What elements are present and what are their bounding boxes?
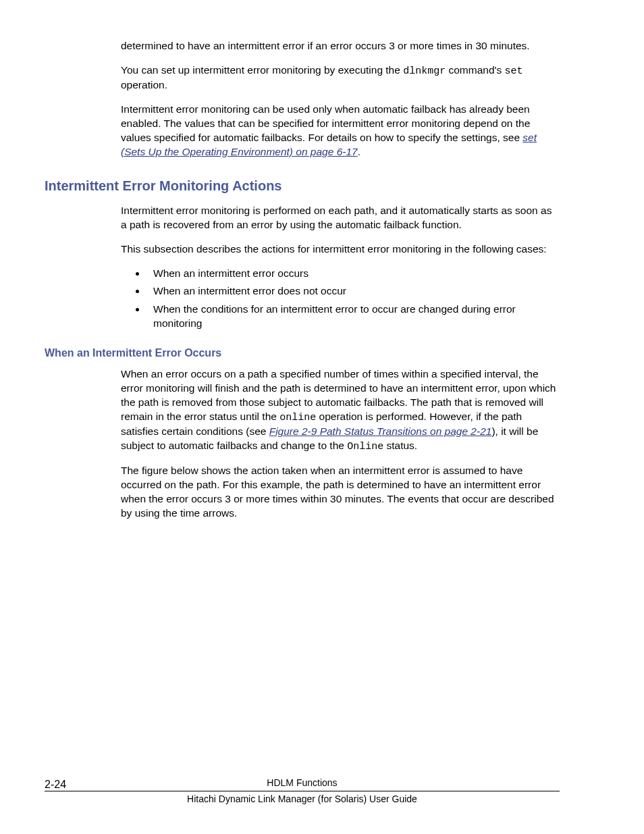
paragraph: When an error occurs on a path a specifi… [121,367,560,454]
page-number: 2-24 [45,779,66,791]
text: command's [446,64,504,76]
paragraph: Intermittent error monitoring is perform… [121,204,560,232]
body-block-1: determined to have an intermittent error… [121,39,560,159]
page-content: determined to have an intermittent error… [0,0,644,521]
text: . [358,146,360,157]
text: operation. [121,79,167,90]
page-footer: 2-24 HDLM Functions Hitachi Dynamic Link… [45,777,560,804]
body-block-2: Intermittent error monitoring is perform… [121,204,560,331]
text: status. [383,440,417,451]
body-block-3: When an error occurs on a path a specifi… [121,367,560,521]
list-item: When the conditions for an intermittent … [146,303,560,331]
footer-title: Hitachi Dynamic Link Manager (for Solari… [45,793,560,804]
paragraph: Intermittent error monitoring can be use… [121,103,560,159]
paragraph: determined to have an intermittent error… [121,39,560,53]
heading-intermittent-error-monitoring-actions: Intermittent Error Monitoring Actions [45,178,560,194]
bullet-list: When an intermittent error occurs When a… [146,267,560,332]
paragraph: You can set up intermittent error monito… [121,63,560,93]
code-inline: dlnkmgr [403,66,446,77]
footer-section: HDLM Functions [45,777,560,788]
code-inline: Online [347,441,383,452]
code-inline: online [279,412,316,423]
paragraph: This subsection describes the actions fo… [121,242,560,257]
footer-rule [45,791,560,791]
link-figure-2-9[interactable]: Figure 2-9 Path Status Transitions on pa… [269,425,492,437]
heading-when-intermittent-error-occurs: When an Intermittent Error Occurs [45,347,560,359]
text: You can set up intermittent error monito… [121,64,403,76]
list-item: When an intermittent error occurs [146,267,560,281]
paragraph: The figure below shows the action taken … [121,464,560,521]
text: Intermittent error monitoring can be use… [121,103,530,143]
code-inline: set [505,66,523,77]
list-item: When an intermittent error does not occu… [146,284,560,298]
